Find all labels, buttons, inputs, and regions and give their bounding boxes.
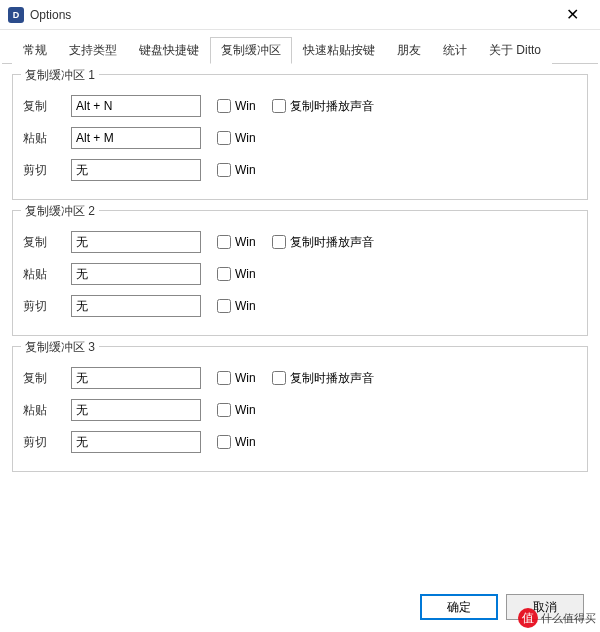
win-checkbox-input[interactable]: [217, 163, 231, 177]
row-label: 剪切: [23, 434, 71, 451]
win-checkbox[interactable]: Win: [217, 99, 256, 113]
watermark-text: 什么值得买: [541, 611, 596, 626]
win-checkbox[interactable]: Win: [217, 267, 256, 281]
row-label: 复制: [23, 98, 71, 115]
win-checkbox-input[interactable]: [217, 403, 231, 417]
win-checkbox-input[interactable]: [217, 299, 231, 313]
tab-5[interactable]: 朋友: [386, 37, 432, 64]
hotkey-row: 剪切Win: [23, 293, 577, 319]
app-icon: D: [8, 7, 24, 23]
ok-button[interactable]: 确定: [420, 594, 498, 620]
win-checkbox-input[interactable]: [217, 371, 231, 385]
win-checkbox[interactable]: Win: [217, 371, 256, 385]
tab-7[interactable]: 关于 Ditto: [478, 37, 552, 64]
win-label: Win: [235, 299, 256, 313]
row-label: 粘贴: [23, 130, 71, 147]
win-label: Win: [235, 403, 256, 417]
win-label: Win: [235, 371, 256, 385]
win-label: Win: [235, 131, 256, 145]
group-title: 复制缓冲区 3: [21, 339, 99, 356]
hotkey-input[interactable]: [71, 431, 201, 453]
row-label: 复制: [23, 234, 71, 251]
group-title: 复制缓冲区 1: [21, 67, 99, 84]
row-label: 剪切: [23, 162, 71, 179]
play-sound-checkbox[interactable]: 复制时播放声音: [272, 98, 374, 115]
buffer-group-3: 复制缓冲区 3复制Win复制时播放声音粘贴Win剪切Win: [12, 346, 588, 472]
watermark: 值 什么值得买: [518, 608, 596, 628]
hotkey-input[interactable]: [71, 367, 201, 389]
win-checkbox-input[interactable]: [217, 99, 231, 113]
hotkey-row: 复制Win复制时播放声音: [23, 365, 577, 391]
play-sound-checkbox[interactable]: 复制时播放声音: [272, 370, 374, 387]
win-checkbox[interactable]: Win: [217, 403, 256, 417]
tab-0[interactable]: 常规: [12, 37, 58, 64]
hotkey-row: 剪切Win: [23, 429, 577, 455]
win-checkbox[interactable]: Win: [217, 299, 256, 313]
tab-1[interactable]: 支持类型: [58, 37, 128, 64]
play-sound-checkbox-input[interactable]: [272, 235, 286, 249]
titlebar: D Options ✕: [0, 0, 600, 30]
win-label: Win: [235, 163, 256, 177]
close-icon[interactable]: ✕: [552, 0, 592, 30]
hotkey-row: 复制Win复制时播放声音: [23, 93, 577, 119]
hotkey-row: 粘贴Win: [23, 397, 577, 423]
win-checkbox[interactable]: Win: [217, 235, 256, 249]
win-checkbox[interactable]: Win: [217, 131, 256, 145]
hotkey-input[interactable]: [71, 231, 201, 253]
window-title: Options: [30, 8, 71, 22]
play-sound-checkbox[interactable]: 复制时播放声音: [272, 234, 374, 251]
win-label: Win: [235, 267, 256, 281]
win-checkbox-input[interactable]: [217, 235, 231, 249]
tab-bar: 常规支持类型键盘快捷键复制缓冲区快速粘贴按键朋友统计关于 Ditto: [2, 30, 598, 64]
win-label: Win: [235, 235, 256, 249]
win-label: Win: [235, 435, 256, 449]
hotkey-row: 剪切Win: [23, 157, 577, 183]
win-checkbox-input[interactable]: [217, 435, 231, 449]
row-label: 粘贴: [23, 402, 71, 419]
hotkey-input[interactable]: [71, 263, 201, 285]
hotkey-row: 复制Win复制时播放声音: [23, 229, 577, 255]
tab-6[interactable]: 统计: [432, 37, 478, 64]
play-sound-label: 复制时播放声音: [290, 98, 374, 115]
hotkey-input[interactable]: [71, 127, 201, 149]
tab-4[interactable]: 快速粘贴按键: [292, 37, 386, 64]
buffer-group-1: 复制缓冲区 1复制Win复制时播放声音粘贴Win剪切Win: [12, 74, 588, 200]
watermark-icon: 值: [518, 608, 538, 628]
row-label: 复制: [23, 370, 71, 387]
group-title: 复制缓冲区 2: [21, 203, 99, 220]
hotkey-row: 粘贴Win: [23, 125, 577, 151]
row-label: 粘贴: [23, 266, 71, 283]
tab-2[interactable]: 键盘快捷键: [128, 37, 210, 64]
buffer-group-2: 复制缓冲区 2复制Win复制时播放声音粘贴Win剪切Win: [12, 210, 588, 336]
hotkey-input[interactable]: [71, 95, 201, 117]
row-label: 剪切: [23, 298, 71, 315]
hotkey-input[interactable]: [71, 399, 201, 421]
play-sound-label: 复制时播放声音: [290, 234, 374, 251]
hotkey-input[interactable]: [71, 159, 201, 181]
tab-3[interactable]: 复制缓冲区: [210, 37, 292, 64]
hotkey-input[interactable]: [71, 295, 201, 317]
win-label: Win: [235, 99, 256, 113]
hotkey-row: 粘贴Win: [23, 261, 577, 287]
play-sound-checkbox-input[interactable]: [272, 99, 286, 113]
play-sound-label: 复制时播放声音: [290, 370, 374, 387]
win-checkbox-input[interactable]: [217, 267, 231, 281]
win-checkbox[interactable]: Win: [217, 163, 256, 177]
win-checkbox[interactable]: Win: [217, 435, 256, 449]
win-checkbox-input[interactable]: [217, 131, 231, 145]
tab-content: 复制缓冲区 1复制Win复制时播放声音粘贴Win剪切Win复制缓冲区 2复制Wi…: [0, 64, 600, 492]
play-sound-checkbox-input[interactable]: [272, 371, 286, 385]
